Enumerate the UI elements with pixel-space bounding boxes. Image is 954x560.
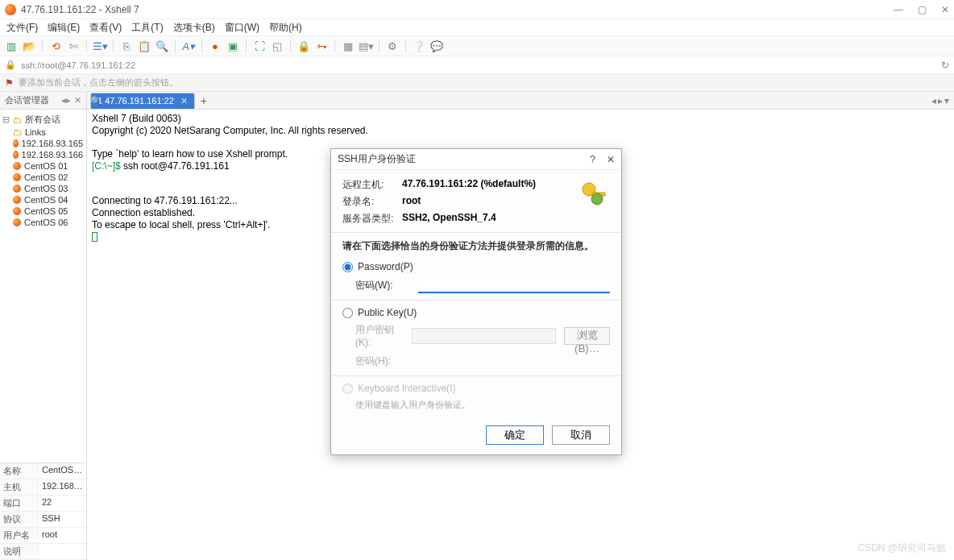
terminal-tab-active[interactable]: 1 47.76.191.161:22 ✕	[90, 93, 195, 109]
menu-file[interactable]: 文件(F)	[6, 21, 38, 35]
menu-window[interactable]: 窗口(W)	[225, 21, 259, 35]
session-properties: 名称CentOS 03 主机192.168.9... 端口22 协议SSH 用户…	[0, 463, 86, 560]
term-line: To escape to local shell, press 'Ctrl+Al…	[92, 219, 270, 230]
about-icon[interactable]: 💬	[430, 39, 443, 52]
server-type-value: SSH2, OpenSSH_7.4	[402, 212, 496, 226]
radio-password[interactable]	[342, 262, 353, 272]
tab-close-icon[interactable]: ✕	[180, 96, 188, 106]
tab-add-button[interactable]: +	[197, 94, 211, 107]
dialog-help-button[interactable]: ?	[590, 154, 595, 165]
fullscreen-icon[interactable]: ⛶	[253, 39, 266, 52]
userkey-input	[412, 328, 556, 344]
prop-val: 192.168.9...	[39, 479, 86, 495]
menu-view[interactable]: 查看(V)	[89, 21, 122, 35]
color-scheme-icon[interactable]: ●	[209, 39, 222, 52]
reload-icon[interactable]: ↻	[941, 60, 949, 71]
help-icon[interactable]: ❔	[413, 39, 425, 52]
address-text[interactable]: ssh://root@47.76.191.161:22	[21, 60, 135, 70]
session-icon	[13, 185, 21, 193]
session-icon	[13, 196, 21, 204]
tree-item-session[interactable]: CentOS 06	[2, 217, 85, 228]
menu-help[interactable]: 帮助(H)	[269, 21, 302, 35]
terminal-tabs: 🔍 1 47.76.191.161:22 ✕ + ◂ ▸ ▾	[87, 92, 954, 110]
tree-item-session[interactable]: 192.168.93.166	[2, 149, 85, 160]
lock-icon[interactable]: 🔒	[297, 39, 310, 52]
tab-menu-icon[interactable]: ▾	[944, 95, 949, 106]
dialog-close-button[interactable]: ✕	[607, 154, 615, 165]
prop-key: 协议	[0, 512, 39, 527]
auth-option-publickey[interactable]: Public Key(U)	[342, 307, 610, 318]
prop-row: 用户名root	[0, 528, 86, 544]
font-icon[interactable]: A▾	[182, 39, 195, 52]
tree-item-label: CentOS 05	[24, 206, 68, 216]
settings-icon[interactable]: ⚙	[386, 39, 399, 52]
prop-key: 名称	[0, 463, 39, 479]
browse-button: 浏览(B)…	[564, 327, 610, 345]
tab-next-icon[interactable]: ▸	[938, 95, 943, 106]
dialog-instruction: 请在下面选择恰当的身份验证方法并提供登录所需的信息。	[342, 239, 610, 253]
transparent-icon[interactable]: ◱	[271, 39, 284, 52]
session-icon	[13, 207, 21, 215]
auth-option-password[interactable]: Password(P)	[342, 261, 610, 272]
xftp-icon[interactable]: ▦	[342, 39, 355, 52]
properties-icon[interactable]: ☰▾	[93, 39, 106, 52]
tree-item-session[interactable]: CentOS 03	[2, 183, 85, 194]
password-input[interactable]	[418, 277, 610, 293]
auth-option-keyboard: Keyboard Interactive(I)	[342, 383, 610, 394]
folder-icon: 🗀	[13, 127, 22, 137]
protocol-lock-icon: 🔒	[5, 60, 16, 70]
menu-tabs[interactable]: 选项卡(B)	[173, 21, 215, 35]
password-field-label: 密码(W):	[355, 279, 410, 292]
tree-root[interactable]: ⊟ 🗀 所有会话	[2, 113, 85, 127]
tree-item-session[interactable]: CentOS 05	[2, 205, 85, 217]
highlight-icon[interactable]: ▣	[226, 39, 239, 52]
maximize-button[interactable]: ▢	[918, 4, 927, 15]
term-line: Connecting to 47.76.191.161:22...	[92, 195, 238, 206]
find-icon[interactable]: 🔍	[156, 39, 168, 52]
titlebar: 47.76.191.161:22 - Xshell 7 — ▢ ✕	[0, 0, 954, 19]
sidebar-nav-arrows[interactable]: ◂▸	[61, 95, 71, 106]
window-controls: — ▢ ✕	[894, 4, 949, 15]
tab-prev-icon[interactable]: ◂	[931, 95, 936, 106]
session-icon	[13, 162, 21, 170]
tree-collapse-icon[interactable]: ⊟	[2, 114, 10, 125]
radio-publickey[interactable]	[342, 308, 353, 318]
tree-item-session[interactable]: 192.168.93.165	[2, 138, 85, 149]
menu-edit[interactable]: 编辑(E)	[48, 21, 80, 35]
tab-nav: ◂ ▸ ▾	[931, 95, 954, 106]
userkey-label: 用户密钥(K):	[355, 323, 404, 348]
tree-item-links[interactable]: 🗀 Links	[2, 127, 85, 138]
cancel-button[interactable]: 取消	[552, 425, 610, 445]
prop-row: 端口22	[0, 496, 86, 512]
prop-val: 22	[39, 496, 86, 511]
tree-item-session[interactable]: CentOS 02	[2, 172, 85, 183]
new-session-icon[interactable]: ▥	[5, 39, 18, 52]
session-icon	[13, 151, 19, 159]
reconnect-icon[interactable]: ⟲	[49, 39, 62, 52]
session-tree: ⊟ 🗀 所有会话 🗀 Links 192.168.93.165 192.168.…	[0, 110, 86, 463]
dialog-titlebar: SSH用户身份验证 ? ✕	[331, 149, 621, 170]
dialog-title: SSH用户身份验证	[338, 152, 416, 166]
disconnect-icon[interactable]: ✄	[67, 39, 80, 52]
hint-bar: ⚑ 要添加当前会话，点击左侧的箭头按钮。	[0, 74, 954, 92]
radio-keyboard	[342, 384, 353, 394]
tree-item-session[interactable]: CentOS 04	[2, 194, 85, 205]
tree-item-label: CentOS 02	[24, 172, 68, 182]
key-icon[interactable]: 🗝	[315, 39, 328, 52]
copy-icon[interactable]: ⎘	[120, 39, 133, 52]
ok-button[interactable]: 确定	[486, 425, 544, 445]
close-window-button[interactable]: ✕	[941, 4, 949, 15]
search-icon[interactable]: 🔍	[90, 96, 102, 106]
paste-icon[interactable]: 📋	[138, 39, 151, 52]
toolbar: ▥ 📂 ⟲ ✄ ☰▾ ⎘ 📋 🔍 A▾ ● ▣ ⛶ ◱ 🔒 🗝 ▦ ▤▾ ⚙ ❔…	[0, 35, 954, 56]
radio-password-label: Password(P)	[358, 261, 413, 272]
login-name-label: 登录名:	[342, 195, 402, 209]
prop-key: 端口	[0, 496, 39, 511]
open-icon[interactable]: 📂	[23, 39, 35, 52]
sidebar-close-icon[interactable]: ✕	[74, 95, 81, 106]
menu-tools[interactable]: 工具(T)	[131, 21, 163, 35]
tree-item-session[interactable]: CentOS 01	[2, 160, 85, 172]
script-icon[interactable]: ▤▾	[359, 39, 372, 52]
session-icon	[13, 218, 21, 226]
minimize-button[interactable]: —	[894, 4, 903, 15]
